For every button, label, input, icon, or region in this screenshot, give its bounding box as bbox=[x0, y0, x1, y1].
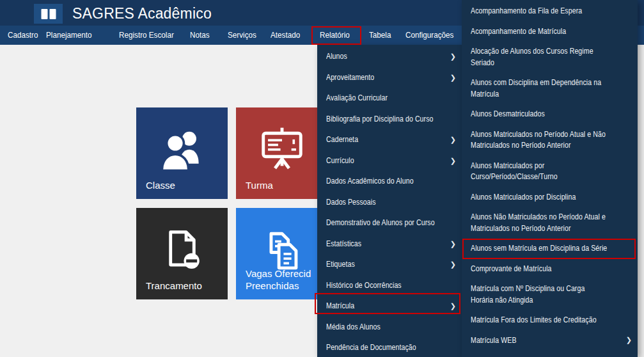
menubar-item[interactable]: Atestado bbox=[271, 26, 303, 45]
submenu-item[interactable]: Acompanhamento de Matrícula bbox=[462, 22, 638, 42]
menu-item-label: Aproveitamento bbox=[326, 73, 374, 82]
submenu-item[interactable]: Alunos Matriculados por Disciplina bbox=[462, 187, 638, 208]
relatorio-dropdown-menu: Alunos Aproveitamento Avaliação Curricul… bbox=[317, 45, 462, 357]
menu-item[interactable]: Matrícula bbox=[317, 296, 462, 317]
menubar-item-label: Configurações bbox=[405, 26, 453, 45]
menu-item[interactable]: Demonstrativo de Alunos por Curso bbox=[317, 212, 462, 234]
menu-item-label: Estatísticas bbox=[326, 239, 361, 248]
menubar-item[interactable]: Registro Escolar bbox=[119, 26, 180, 45]
menu-item-label: Histórico de Ocorrências bbox=[326, 281, 402, 290]
submenu-item[interactable]: Matrícula Fora dos Limites de Creditação bbox=[462, 310, 638, 331]
menu-item[interactable]: Histórico de Ocorrências bbox=[317, 275, 462, 296]
submenu-item-label: Matrícula Fora dos Limites de Creditação bbox=[471, 315, 597, 326]
submenu-item-label: Alunos sem Matrícula em Disciplina da Sé… bbox=[471, 243, 607, 255]
menubar-item[interactable]: Configurações bbox=[405, 26, 459, 45]
menu-item[interactable]: Bibliografia por Disciplina do Curso bbox=[317, 109, 462, 130]
menubar-item-label: Relatório bbox=[320, 26, 350, 45]
menu-item-label: Bibliografia por Disciplina do Curso bbox=[326, 115, 434, 123]
tile-turma[interactable]: Turma bbox=[236, 107, 327, 199]
menubar-item-label: Atestado bbox=[271, 26, 300, 45]
tile-vagas-oferecidas-preenchidas[interactable]: Vagas Oferecid Preenchidas bbox=[236, 208, 327, 299]
menu-item[interactable]: Estatísticas bbox=[317, 234, 462, 255]
people-icon bbox=[136, 125, 228, 175]
matricula-submenu: Acompanhamento da Fila de Espera Acompan… bbox=[462, 0, 638, 357]
submenu-item-label: Matrícula WEB bbox=[471, 335, 517, 347]
menubar-item[interactable]: Serviços bbox=[228, 26, 260, 45]
submenu-arrow-icon bbox=[450, 52, 456, 61]
submenu-item[interactable]: Alunos com Disciplina em Dependência na … bbox=[462, 73, 638, 104]
submenu-item-label: Alunos Não Matriculados no Período Atual… bbox=[471, 212, 606, 234]
menu-item-label: Dados Pessoais bbox=[326, 198, 376, 207]
menu-item-label: Média dos Alunos bbox=[326, 322, 381, 331]
submenu-arrow-icon bbox=[450, 302, 456, 310]
menubar-item-label: Notas bbox=[190, 26, 210, 45]
menu-item[interactable]: Etiquetas bbox=[317, 254, 462, 275]
menu-item-label: Dados Acadêmicos do Aluno bbox=[326, 177, 414, 186]
menu-item-label: Matrícula bbox=[326, 301, 354, 310]
submenu-item[interactable]: Alunos Não Matriculados no Período Atual… bbox=[462, 207, 638, 239]
menubar-item-label: Cadastro bbox=[8, 26, 38, 45]
submenu-item-label: Alunos com Disciplina em Dependência na … bbox=[471, 77, 601, 100]
submenu-item[interactable]: Acompanhamento da Fila de Espera bbox=[462, 1, 638, 22]
submenu-item-label: Alunos Desmatriculados bbox=[471, 109, 545, 120]
menubar-item[interactable]: Tabela bbox=[369, 26, 393, 45]
submenu-item[interactable]: Alunos sem Matrícula em Disciplina da Sé… bbox=[462, 239, 638, 259]
submenu-item-label: Alunos Matriculados no Período Atual e N… bbox=[471, 129, 606, 152]
menubar-item[interactable]: Relatório bbox=[320, 26, 353, 45]
submenu-item[interactable]: Matrícula WEB bbox=[462, 331, 638, 351]
submenu-item-label: Acompanhamento de Matrícula bbox=[471, 26, 566, 38]
menu-item[interactable]: Aproveitamento bbox=[317, 67, 462, 88]
presentation-board-icon bbox=[236, 125, 327, 175]
submenu-item-label: Comprovante de Matrícula bbox=[471, 264, 552, 275]
menubar-item[interactable]: Cadastro bbox=[8, 26, 42, 45]
submenu-item[interactable]: Alocação de Alunos dos Cursos Regime Ser… bbox=[462, 42, 638, 73]
open-book-icon bbox=[34, 4, 63, 24]
submenu-arrow-icon bbox=[450, 136, 456, 144]
submenu-arrow-icon bbox=[450, 156, 456, 164]
submenu-item[interactable]: Alunos Desmatriculados bbox=[462, 104, 638, 125]
submenu-item-label: Acompanhamento da Fila de Espera bbox=[471, 6, 582, 17]
submenu-item[interactable]: Alunos Matriculados no Período Atual e N… bbox=[462, 125, 638, 156]
submenu-arrow-icon bbox=[450, 239, 456, 248]
menu-item[interactable]: Caderneta bbox=[317, 129, 462, 150]
tile-label: Classe bbox=[146, 179, 175, 191]
tile-label: Turma bbox=[246, 179, 273, 191]
submenu-arrow-icon bbox=[450, 260, 456, 269]
submenu-arrow-icon bbox=[626, 335, 632, 347]
menu-item[interactable]: Dados Pessoais bbox=[317, 192, 462, 213]
menu-item-label: Pendência de Documentação bbox=[326, 343, 416, 352]
tile-label: Trancamento bbox=[146, 280, 202, 292]
menu-item[interactable]: Dados Acadêmicos do Aluno bbox=[317, 171, 462, 192]
document-minus-icon bbox=[136, 226, 228, 276]
submenu-item-label: Alunos Matriculados por Curso/Período/Cl… bbox=[471, 161, 558, 183]
menu-item[interactable]: Média dos Alunos bbox=[317, 317, 462, 338]
menubar-item[interactable]: Planejamento bbox=[46, 26, 97, 45]
tile-trancamento[interactable]: Trancamento bbox=[136, 208, 228, 299]
menu-item-label: Etiquetas bbox=[326, 260, 355, 269]
submenu-item-label: Matrícula com Nº Disciplina ou Carga Hor… bbox=[471, 283, 585, 306]
menu-item[interactable]: Avaliação Curricular bbox=[317, 88, 462, 109]
menu-item-label: Caderneta bbox=[326, 135, 358, 144]
menubar-item-label: Serviços bbox=[228, 26, 256, 45]
menu-item-label: Alunos bbox=[326, 52, 347, 61]
tile-label: Vagas Oferecid Preenchidas bbox=[246, 267, 311, 292]
submenu-item[interactable]: Matrícula com Nº Disciplina ou Carga Hor… bbox=[462, 279, 638, 310]
menu-item[interactable]: Currículo bbox=[317, 150, 462, 171]
submenu-arrow-icon bbox=[450, 73, 456, 81]
tile-classe[interactable]: Classe bbox=[136, 107, 228, 199]
submenu-item[interactable]: Comprovante de Matrícula bbox=[462, 259, 638, 280]
submenu-item-label: Alocação de Alunos dos Cursos Regime Ser… bbox=[471, 46, 593, 68]
menu-item-label: Avaliação Curricular bbox=[326, 93, 388, 102]
menu-item-label: Demonstrativo de Alunos por Curso bbox=[326, 218, 435, 227]
menubar-item-label: Tabela bbox=[369, 26, 391, 45]
submenu-item[interactable]: Alunos Matriculados por Curso/Período/Cl… bbox=[462, 156, 638, 187]
menubar-item-label: Planejamento bbox=[46, 26, 92, 45]
menu-item-label: Currículo bbox=[326, 156, 354, 165]
menu-item[interactable]: Alunos bbox=[317, 46, 462, 67]
submenu-item-label: Alunos Matriculados por Disciplina bbox=[471, 192, 576, 203]
menubar-item[interactable]: Notas bbox=[190, 26, 212, 45]
menu-item[interactable]: Pendência de Documentação bbox=[317, 337, 462, 357]
menubar-item-label: Registro Escolar bbox=[119, 26, 174, 45]
app-title: SAGRES Acadêmico bbox=[72, 4, 212, 23]
